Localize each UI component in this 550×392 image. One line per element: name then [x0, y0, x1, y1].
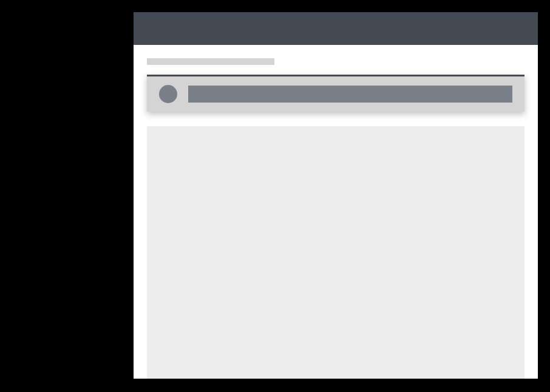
search-input[interactable]: [188, 86, 512, 103]
page-title: [147, 58, 274, 65]
content-region: [134, 45, 538, 379]
avatar-icon: [159, 85, 177, 103]
top-bar: [134, 12, 538, 45]
sidebar: [12, 12, 134, 380]
main-area: [134, 12, 538, 379]
app-container: [0, 0, 550, 392]
content-panel: [147, 126, 525, 379]
search-card: [147, 75, 525, 112]
